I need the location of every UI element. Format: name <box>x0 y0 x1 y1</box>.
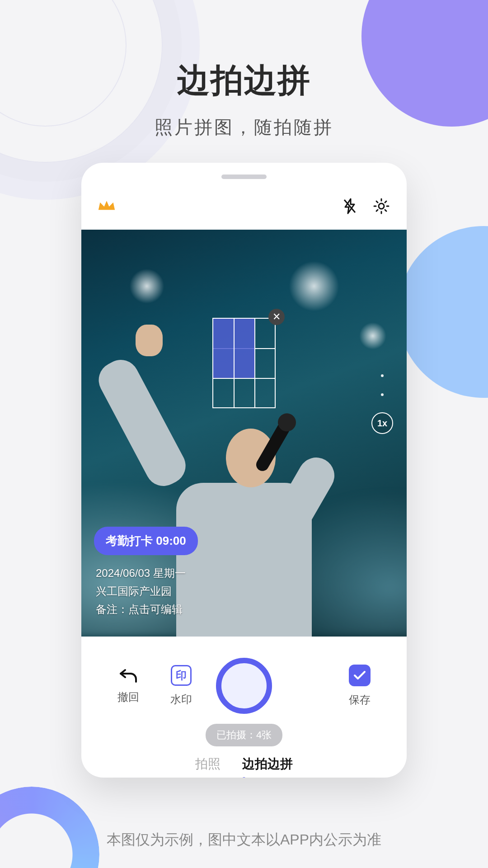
collage-grid-overlay[interactable]: ✕ <box>212 318 276 408</box>
shot-count-chip: 已拍摄：4张 <box>206 724 282 746</box>
collage-filled-cells <box>213 319 254 378</box>
zoom-control[interactable]: 1x <box>371 374 393 434</box>
camera-controls: 撤回 印 水印 保存 已拍摄：4张 拍照 边拍边拼 <box>81 640 407 778</box>
app-header <box>81 188 407 224</box>
watermark-time-pill[interactable]: 考勤打卡 09:00 <box>94 527 198 555</box>
close-icon[interactable]: ✕ <box>268 309 285 325</box>
camera-viewfinder[interactable]: ✕ 1x 考勤打卡 09:00 2024/06/03 星期一 兴工国际产业园 备… <box>81 230 407 637</box>
page-subtitle: 照片拼图，随拍随拼 <box>0 115 488 140</box>
page-title: 边拍边拼 <box>0 59 488 102</box>
watermark-button[interactable]: 印 水印 <box>163 665 199 707</box>
watermark-line-location: 兴工国际产业园 <box>96 582 186 600</box>
watermark-line-date: 2024/06/03 星期一 <box>96 564 186 582</box>
watermark-label: 水印 <box>170 692 192 707</box>
gear-icon[interactable] <box>372 197 390 215</box>
zoom-dot <box>381 393 384 396</box>
phone-mockup: ✕ 1x 考勤打卡 09:00 2024/06/03 星期一 兴工国际产业园 备… <box>81 163 407 778</box>
stamp-icon: 印 <box>171 665 192 686</box>
save-label: 保存 <box>349 693 371 707</box>
bg-decor-blob-blue <box>398 226 488 398</box>
flash-off-icon[interactable] <box>341 197 359 215</box>
bg-decor-ring <box>0 787 99 868</box>
save-button[interactable]: 保存 <box>342 665 378 707</box>
zoom-dot <box>381 374 384 377</box>
check-icon <box>349 665 371 686</box>
watermark-line-note: 备注：点击可编辑 <box>96 600 186 618</box>
undo-button[interactable]: 撤回 <box>110 667 146 704</box>
shutter-button[interactable] <box>216 658 272 714</box>
disclaimer-text: 本图仅为示例，图中文本以APP内公示为准 <box>0 830 488 850</box>
svg-point-1 <box>379 203 384 209</box>
zoom-level-badge[interactable]: 1x <box>371 412 393 434</box>
crown-icon[interactable] <box>98 197 116 215</box>
mode-indicator-dot <box>242 777 246 778</box>
undo-icon <box>119 667 138 684</box>
tab-photo[interactable]: 拍照 <box>195 755 221 773</box>
mode-tabs: 拍照 边拍边拼 <box>81 755 407 773</box>
tab-collage[interactable]: 边拍边拼 <box>242 755 293 773</box>
undo-label: 撤回 <box>117 690 139 704</box>
watermark-text-block[interactable]: 2024/06/03 星期一 兴工国际产业园 备注：点击可编辑 <box>96 564 186 618</box>
